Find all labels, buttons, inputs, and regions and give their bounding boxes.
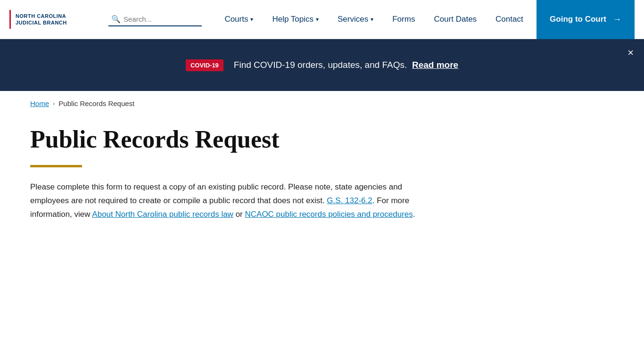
intro-paragraph: Please complete this form to request a c… (30, 181, 422, 222)
close-banner-button[interactable]: × (627, 48, 634, 58)
about-nc-public-records-link[interactable]: About North Carolina public records law (92, 210, 233, 219)
ncaoc-policies-link[interactable]: NCAOC public records policies and proced… (245, 210, 413, 219)
breadcrumb-home-link[interactable]: Home (30, 99, 49, 107)
site-header: NORTH CAROLINA JUDICIAL BRANCH 🔍 Courts … (0, 0, 644, 39)
search-input[interactable] (124, 15, 199, 23)
chevron-down-icon: ▾ (250, 16, 253, 23)
covid-banner: COVID-19 Find COVID-19 orders, updates, … (0, 39, 644, 91)
nav-courts[interactable]: Courts ▾ (215, 0, 263, 39)
nav-services[interactable]: Services ▾ (328, 0, 383, 39)
chevron-down-icon: ▾ (316, 16, 319, 23)
nav-court-dates[interactable]: Court Dates (424, 0, 486, 39)
title-underline (30, 165, 82, 167)
site-logo[interactable]: NORTH CAROLINA JUDICIAL BRANCH (16, 13, 67, 26)
breadcrumb: Home › Public Records Request (0, 91, 644, 116)
logo-bar (9, 10, 11, 29)
breadcrumb-separator: › (53, 100, 55, 107)
main-nav: Courts ▾ Help Topics ▾ Services ▾ Forms … (211, 0, 537, 39)
covid-read-more-link[interactable]: Read more (412, 60, 458, 70)
page-title: Public Records Request (30, 125, 422, 154)
going-to-court-button[interactable]: Going to Court → (537, 0, 635, 39)
search-icon: 🔍 (111, 15, 121, 24)
nav-forms[interactable]: Forms (383, 0, 424, 39)
arrow-right-icon: → (613, 15, 621, 25)
logo-area: NORTH CAROLINA JUDICIAL BRANCH (9, 10, 104, 29)
covid-badge: COVID-19 (186, 59, 223, 71)
breadcrumb-current-page: Public Records Request (58, 99, 134, 107)
main-content: Public Records Request Please complete t… (0, 116, 453, 249)
gs-132-link[interactable]: G.S. 132-6.2 (327, 196, 372, 205)
nav-help-topics[interactable]: Help Topics ▾ (263, 0, 328, 39)
search-area[interactable]: 🔍 (108, 13, 202, 26)
nav-contact[interactable]: Contact (486, 0, 533, 39)
chevron-down-icon: ▾ (371, 16, 373, 23)
covid-text: Find COVID-19 orders, updates, and FAQs.… (234, 60, 458, 70)
